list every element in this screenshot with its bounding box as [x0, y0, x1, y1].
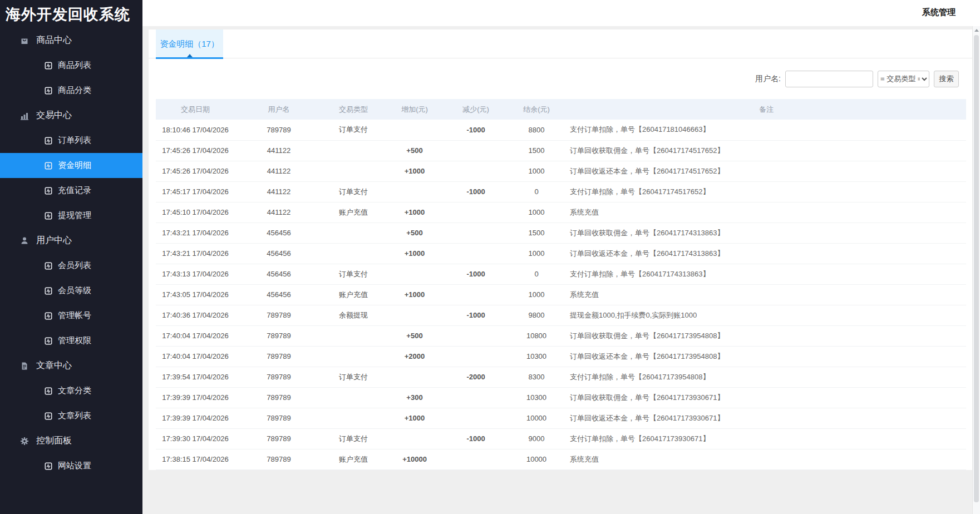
table-row: 17:45:26 17/04/2026441122+5001500订单回收获取佣… [156, 140, 966, 161]
cell-balance: 1000 [506, 202, 567, 223]
cell-date: 17:45:17 17/04/2026 [156, 181, 235, 202]
sidebar-item-3-0[interactable]: 文章分类 [0, 378, 142, 403]
cell-type [323, 346, 384, 367]
cell-username: 789789 [235, 387, 323, 408]
cell-username: 789789 [235, 120, 323, 140]
vertical-scrollbar[interactable] [972, 26, 980, 514]
cell-balance: 1000 [506, 243, 567, 264]
sidebar-item-1-0[interactable]: 订单列表 [0, 128, 142, 153]
cell-decrease: -2000 [445, 367, 506, 387]
cell-date: 17:43:21 17/04/2026 [156, 223, 235, 243]
cell-decrease [445, 140, 506, 161]
tab-active-triangle-icon [187, 54, 193, 57]
cell-decrease: -1000 [445, 181, 506, 202]
col-header-balance: 结余(元) [506, 99, 567, 120]
tab-fund-details[interactable]: 资金明细（17） [156, 29, 223, 58]
cell-username: 789789 [235, 325, 323, 346]
cell-date: 17:39:30 17/04/2026 [156, 428, 235, 449]
cell-balance: 1000 [506, 161, 567, 181]
cell-balance: 0 [506, 181, 567, 202]
cell-type: 订单支付 [323, 120, 384, 140]
sidebar-group-label: 商品中心 [36, 34, 72, 46]
sidebar-group-label: 控制面板 [36, 435, 72, 447]
sidebar-item-0-1[interactable]: 商品分类 [0, 78, 142, 103]
filter-bar: 用户名: = 交易类型 = 搜索 [149, 58, 972, 99]
scroll-up-arrow-icon[interactable] [974, 29, 979, 32]
sidebar-item-label: 提现管理 [58, 210, 91, 221]
cell-decrease [445, 284, 506, 305]
transaction-type-select[interactable]: = 交易类型 = [878, 71, 929, 87]
col-header-remark: 备注 [567, 99, 966, 120]
cell-type: 余额提现 [323, 305, 384, 325]
sidebar-item-3-1[interactable]: 文章列表 [0, 403, 142, 428]
system-admin-menu[interactable]: 系统管理 [922, 7, 956, 18]
cell-remark: 订单回收返还本金，单号【260417174313863】 [567, 243, 966, 264]
sidebar-group-4[interactable]: 控制面板 [0, 428, 142, 453]
cell-type: 订单支付 [323, 264, 384, 284]
sidebar-item-label: 管理帐号 [58, 310, 91, 321]
cell-type: 订单支付 [323, 181, 384, 202]
cell-remark: 订单回收获取佣金，单号【260417173930671】 [567, 387, 966, 408]
cell-decrease: -1000 [445, 428, 506, 449]
sidebar-item-label: 商品列表 [58, 60, 91, 71]
cell-decrease [445, 243, 506, 264]
cell-date: 17:40:04 17/04/2026 [156, 325, 235, 346]
cell-balance: 8800 [506, 120, 567, 140]
cell-balance: 1500 [506, 140, 567, 161]
sidebar-item-label: 充值记录 [58, 185, 91, 196]
content-area: 资金明细（17） 用户名: = 交易类型 = 搜索 交易日期 用户名 [142, 26, 980, 514]
cell-date: 17:45:26 17/04/2026 [156, 140, 235, 161]
sidebar-group-label: 交易中心 [36, 110, 72, 121]
cell-balance: 9800 [506, 305, 567, 325]
cell-remark: 订单回收获取佣金，单号【260417174517652】 [567, 140, 966, 161]
table-row: 17:45:26 17/04/2026441122+10001000订单回收返还… [156, 161, 966, 181]
sidebar-item-0-0[interactable]: 商品列表 [0, 53, 142, 78]
cell-username: 789789 [235, 428, 323, 449]
sidebar-item-label: 商品分类 [58, 85, 91, 96]
search-button[interactable]: 搜索 [934, 71, 959, 87]
cell-username: 456456 [235, 264, 323, 284]
cell-increase: +1000 [384, 202, 445, 223]
cell-decrease [445, 325, 506, 346]
cell-increase [384, 264, 445, 284]
sidebar-group-2[interactable]: 用户中心 [0, 228, 142, 253]
cell-username: 441122 [235, 161, 323, 181]
sidebar-item-label: 管理权限 [58, 335, 91, 346]
sidebar-group-0[interactable]: 商品中心 [0, 28, 142, 53]
sidebar-item-label: 文章列表 [58, 411, 91, 421]
cell-balance: 0 [506, 264, 567, 284]
sidebar-item-2-0[interactable]: 会员列表 [0, 253, 142, 278]
badge-icon [45, 212, 52, 220]
gear-icon [20, 437, 29, 446]
username-input[interactable] [785, 71, 873, 87]
tab-label: 资金明细（17） [160, 39, 219, 50]
fund-details-panel: 资金明细（17） 用户名: = 交易类型 = 搜索 交易日期 用户名 [149, 29, 972, 470]
sidebar-group-1[interactable]: 交易中心 [0, 103, 142, 128]
cell-decrease: -1000 [445, 120, 506, 140]
sidebar-group-3[interactable]: 文章中心 [0, 353, 142, 378]
sidebar-item-1-2[interactable]: 充值记录 [0, 178, 142, 203]
cell-type [323, 325, 384, 346]
cell-remark: 支付订单扣除，单号【260417181046663】 [567, 120, 966, 140]
cell-increase: +2000 [384, 346, 445, 367]
app-title: 海外开发回收系统 [0, 0, 142, 28]
tab-active-underline [156, 57, 223, 59]
sidebar-item-4-0[interactable]: 网站设置 [0, 453, 142, 478]
table-row: 17:40:04 17/04/2026789789+200010300订单回收返… [156, 346, 966, 367]
cell-decrease [445, 161, 506, 181]
scrollbar-thumb[interactable] [974, 35, 979, 502]
document-icon [20, 362, 29, 370]
badge-icon [45, 412, 52, 420]
badge-icon [45, 187, 52, 195]
sidebar-item-1-1[interactable]: 资金明细 [0, 153, 142, 178]
sidebar-item-2-2[interactable]: 管理帐号 [0, 303, 142, 328]
cell-remark: 支付订单扣除，单号【260417174517652】 [567, 181, 966, 202]
sidebar-item-2-1[interactable]: 会员等级 [0, 278, 142, 303]
sidebar-item-2-3[interactable]: 管理权限 [0, 328, 142, 353]
col-header-date: 交易日期 [156, 99, 235, 120]
cell-decrease [445, 408, 506, 428]
cell-remark: 系统充值 [567, 449, 966, 469]
sidebar-item-1-3[interactable]: 提现管理 [0, 203, 142, 228]
cell-date: 17:39:54 17/04/2026 [156, 367, 235, 387]
cell-date: 18:10:46 17/04/2026 [156, 120, 235, 140]
